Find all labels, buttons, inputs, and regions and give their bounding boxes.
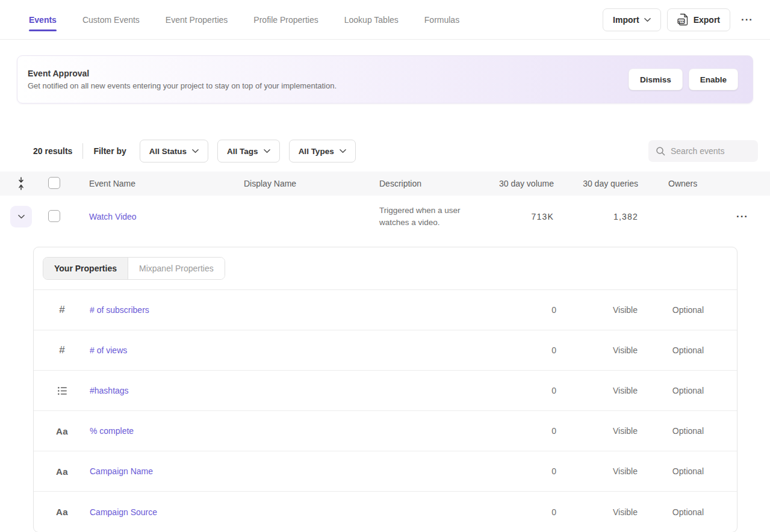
top-nav: Events Custom Events Event Properties Pr… xyxy=(0,0,770,40)
property-name-link[interactable]: Campaign Source xyxy=(90,507,502,517)
property-queries: 0 xyxy=(502,507,556,517)
collapse-row-button[interactable] xyxy=(10,206,32,227)
tab-mixpanel-properties[interactable]: Mixpanel Properties xyxy=(128,258,225,279)
enable-button[interactable]: Enable xyxy=(689,69,738,90)
table-row: Watch Video Triggered when a user watche… xyxy=(0,196,770,238)
property-visibility: Visible xyxy=(556,345,638,355)
tab-custom-events[interactable]: Custom Events xyxy=(82,0,140,39)
tab-profile-properties[interactable]: Profile Properties xyxy=(253,0,318,39)
banner-actions: Dismiss Enable xyxy=(629,69,738,90)
search-events-box[interactable] xyxy=(648,140,758,162)
property-row: Aa Campaign Source 0 Visible Optional xyxy=(34,492,737,532)
number-type-icon: # xyxy=(55,304,69,316)
csv-file-icon: csv xyxy=(677,13,689,26)
property-queries: 0 xyxy=(502,426,556,436)
text-type-icon: Aa xyxy=(55,426,69,436)
header-description: Description xyxy=(379,179,494,188)
row-overflow-menu-button[interactable]: ··· xyxy=(731,207,753,226)
property-name-link[interactable]: #hashtags xyxy=(90,386,502,395)
property-visibility: Visible xyxy=(556,507,638,517)
tab-lookup-tables[interactable]: Lookup Tables xyxy=(344,0,399,39)
tab-events[interactable]: Events xyxy=(29,0,57,39)
nav-overflow-menu-button[interactable]: ··· xyxy=(736,10,758,29)
list-type-icon xyxy=(55,385,69,397)
property-row: Aa % complete 0 Visible Optional xyxy=(34,411,737,451)
property-requirement: Optional xyxy=(638,466,704,476)
svg-text:csv: csv xyxy=(678,19,685,23)
property-row: Aa Campaign Name 0 Visible Optional xyxy=(34,451,737,492)
chevron-down-icon xyxy=(192,149,199,153)
chevron-down-icon xyxy=(644,17,651,22)
property-requirement: Optional xyxy=(638,386,704,395)
property-requirement: Optional xyxy=(638,426,704,436)
header-30-day-volume: 30 day volume xyxy=(494,179,554,188)
tab-event-properties[interactable]: Event Properties xyxy=(166,0,228,39)
nav-tabs: Events Custom Events Event Properties Pr… xyxy=(29,0,459,39)
tags-filter-dropdown[interactable]: All Tags xyxy=(217,140,280,162)
filter-by-label: Filter by xyxy=(93,146,126,156)
properties-panel: Your Properties Mixpanel Properties # # … xyxy=(33,247,737,532)
tags-filter-label: All Tags xyxy=(227,147,258,156)
status-filter-dropdown[interactable]: All Status xyxy=(140,140,208,162)
chevron-down-icon xyxy=(18,214,25,219)
property-row: # # of subscribers 0 Visible Optional xyxy=(34,290,737,330)
dismiss-button[interactable]: Dismiss xyxy=(629,69,683,90)
collapse-all-button[interactable] xyxy=(10,173,32,194)
event-approval-banner: Event Approval Get notified on all new e… xyxy=(17,55,753,104)
tab-formulas[interactable]: Formulas xyxy=(424,0,459,39)
property-visibility: Visible xyxy=(556,386,638,395)
results-count: 20 results xyxy=(33,146,72,156)
header-display-name: Display Name xyxy=(244,179,379,188)
filter-bar: 20 results Filter by All Status All Tags… xyxy=(33,140,758,162)
types-filter-dropdown[interactable]: All Types xyxy=(289,140,356,162)
text-type-icon: Aa xyxy=(55,466,69,477)
select-all-checkbox[interactable] xyxy=(48,177,60,189)
text-type-icon: Aa xyxy=(55,507,69,517)
banner-title: Event Approval xyxy=(28,69,337,78)
property-visibility: Visible xyxy=(556,426,638,436)
property-requirement: Optional xyxy=(638,345,704,355)
chevron-down-icon xyxy=(340,149,346,153)
property-name-link[interactable]: # of subscribers xyxy=(90,305,502,315)
property-row: #hashtags 0 Visible Optional xyxy=(34,371,737,411)
property-visibility: Visible xyxy=(556,305,638,315)
header-30-day-queries: 30 day queries xyxy=(554,179,638,188)
import-button-label: Import xyxy=(613,15,639,25)
banner-description: Get notified on all new events entering … xyxy=(28,81,337,90)
property-requirement: Optional xyxy=(638,507,704,517)
search-events-input[interactable] xyxy=(671,146,751,156)
event-name-link[interactable]: Watch Video xyxy=(89,212,137,221)
export-button-label: Export xyxy=(694,15,720,25)
tab-your-properties[interactable]: Your Properties xyxy=(43,258,128,279)
property-queries: 0 xyxy=(502,386,556,395)
queries-cell: 1,382 xyxy=(554,212,638,221)
top-nav-actions: Import csv Export ··· xyxy=(603,8,758,31)
property-name-link[interactable]: % complete xyxy=(90,426,502,436)
divider xyxy=(82,143,83,159)
property-queries: 0 xyxy=(502,345,556,355)
types-filter-label: All Types xyxy=(299,147,334,156)
collapse-all-icon xyxy=(17,177,25,190)
header-owners: Owners xyxy=(638,179,722,188)
row-checkbox[interactable] xyxy=(48,210,60,222)
number-type-icon: # xyxy=(55,344,69,356)
description-cell: Triggered when a user watches a video. xyxy=(379,205,494,229)
header-event-name: Event Name xyxy=(79,179,244,188)
property-requirement: Optional xyxy=(638,305,704,315)
chevron-down-icon xyxy=(264,149,270,153)
volume-cell: 713K xyxy=(494,212,554,221)
table-header: Event Name Display Name Description 30 d… xyxy=(0,172,770,196)
property-queries: 0 xyxy=(502,466,556,476)
property-name-link[interactable]: Campaign Name xyxy=(90,466,502,476)
property-visibility: Visible xyxy=(556,466,638,476)
status-filter-label: All Status xyxy=(149,147,187,156)
import-button[interactable]: Import xyxy=(603,8,661,31)
property-name-link[interactable]: # of views xyxy=(90,345,502,355)
banner-text: Event Approval Get notified on all new e… xyxy=(28,69,337,90)
property-row: # # of views 0 Visible Optional xyxy=(34,330,737,371)
export-button[interactable]: csv Export xyxy=(667,8,730,31)
properties-tabs: Your Properties Mixpanel Properties xyxy=(34,247,737,290)
search-icon xyxy=(656,146,665,156)
property-queries: 0 xyxy=(502,305,556,315)
